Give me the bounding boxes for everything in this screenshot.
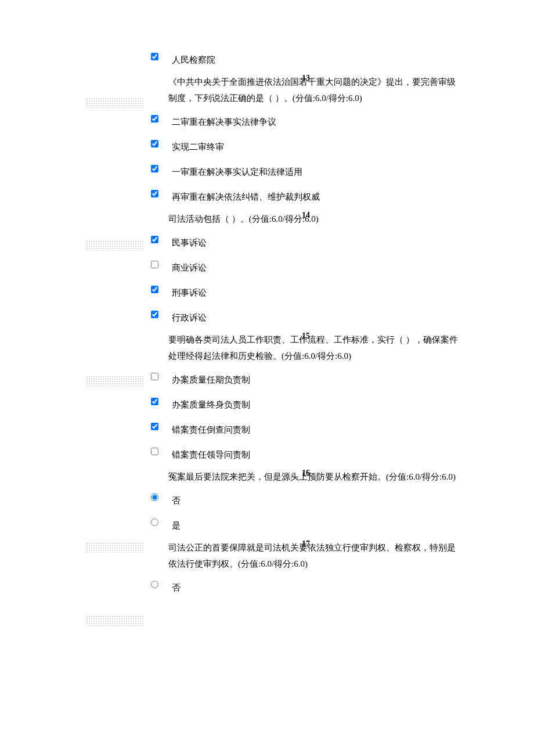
option-row: 错案责任倒查问责制 bbox=[151, 422, 459, 433]
option-label: 否 bbox=[172, 582, 181, 593]
content-column: 人民检察院 13《中共中央关于全面推进依法治国若干重大问题的决定》提出，要完善审… bbox=[151, 52, 459, 591]
checkbox-input[interactable] bbox=[151, 53, 158, 60]
decorative-stripe bbox=[86, 542, 144, 553]
question-text: 要明确各类司法人员工作职责、工作流程、工作标准，实行（ ），确保案件处理经得起法… bbox=[168, 332, 459, 364]
option-row: 民事诉讼 bbox=[151, 235, 459, 246]
option-row: 商业诉讼 bbox=[151, 260, 459, 271]
option-row: 否 bbox=[151, 580, 459, 591]
option-label: 行政诉讼 bbox=[172, 312, 207, 323]
options-group: 办案质量任期负责制办案质量终身负责制错案责任倒查问责制错案责任领导问责制 bbox=[151, 372, 459, 458]
option-row: 实现二审终审 bbox=[151, 139, 459, 150]
checkbox-wrapper bbox=[151, 166, 165, 174]
checkbox-wrapper bbox=[151, 141, 165, 149]
decorative-stripe bbox=[86, 98, 144, 108]
question-block: 16冤案最后要法院来把关，但是源头上预防要从检察开始。(分值:6.0/得分:6.… bbox=[151, 469, 459, 529]
checkbox-input[interactable] bbox=[151, 140, 158, 147]
option-label: 是 bbox=[172, 520, 181, 531]
option-label: 民事诉讼 bbox=[172, 237, 207, 249]
option-row: 一审重在解决事实认定和法律适用 bbox=[151, 164, 459, 175]
question-block: 13《中共中央关于全面推进依法治国若干重大问题的决定》提出，要完善审级制度，下列… bbox=[151, 74, 459, 200]
radio-wrapper bbox=[151, 582, 165, 589]
checkbox-input[interactable] bbox=[151, 236, 158, 243]
checkbox-input[interactable] bbox=[151, 165, 158, 172]
checkbox-input[interactable] bbox=[151, 286, 158, 293]
question-text: 冤案最后要法院来把关，但是源头上预防要从检察开始。(分值:6.0/得分:6.0) bbox=[168, 469, 459, 485]
question-text: 《中共中央关于全面推进依法治国若干重大问题的决定》提出，要完善审级制度，下列说法… bbox=[168, 74, 459, 106]
radio-wrapper bbox=[151, 495, 165, 502]
question-number: 15 bbox=[302, 332, 310, 341]
option-label: 刑事诉讼 bbox=[172, 287, 207, 298]
checkbox-wrapper bbox=[151, 191, 165, 199]
option-row: 是 bbox=[151, 518, 459, 529]
decorative-stripe bbox=[86, 240, 144, 251]
checkbox-wrapper bbox=[151, 116, 165, 124]
option-row: 错案责任领导问责制 bbox=[151, 447, 459, 458]
option-label: 办案质量任期负责制 bbox=[172, 375, 250, 386]
checkbox-input[interactable] bbox=[151, 423, 158, 430]
option-label: 错案责任领导问责制 bbox=[172, 449, 250, 460]
checkbox-wrapper bbox=[151, 287, 165, 294]
option-row: 行政诉讼 bbox=[151, 310, 459, 321]
checkbox-wrapper bbox=[151, 312, 165, 319]
question-text: 司法公正的首要保障就是司法机关要依法独立行使审判权、检察权，特别是依法行使审判权… bbox=[168, 539, 459, 572]
checkbox-input[interactable] bbox=[151, 261, 158, 268]
radio-input[interactable] bbox=[151, 581, 158, 588]
decorative-stripe bbox=[86, 376, 144, 386]
checkbox-input[interactable] bbox=[151, 448, 158, 455]
radio-input[interactable] bbox=[151, 519, 158, 526]
checkbox-input[interactable] bbox=[151, 190, 158, 197]
page: 人民检察院 13《中共中央关于全面推进依法治国若干重大问题的决定》提出，要完善审… bbox=[0, 0, 534, 756]
option-label: 一审重在解决事实认定和法律适用 bbox=[172, 167, 302, 178]
radio-input[interactable] bbox=[151, 494, 158, 501]
question-block: 15要明确各类司法人员工作职责、工作流程、工作标准，实行（ ），确保案件处理经得… bbox=[151, 332, 459, 458]
checkbox-wrapper bbox=[151, 54, 165, 62]
option-row: 二审重在解决事实法律争议 bbox=[151, 114, 459, 125]
decorative-stripe bbox=[86, 615, 144, 626]
question-block: 17司法公正的首要保障就是司法机关要依法独立行使审判权、检察权，特别是依法行使审… bbox=[151, 539, 459, 591]
question-number: 16 bbox=[302, 469, 310, 478]
checkbox-input[interactable] bbox=[151, 398, 158, 405]
question-text: 司法活动包括（ ）。(分值:6.0/得分:6.0) bbox=[168, 211, 459, 227]
option-label: 实现二审终审 bbox=[172, 142, 224, 153]
options-group: 二审重在解决事实法律争议实现二审终审一审重在解决事实认定和法律适用再审重在解决依… bbox=[151, 114, 459, 200]
option-label: 否 bbox=[172, 495, 181, 506]
option-row: 再审重在解决依法纠错、维护裁判权威 bbox=[151, 189, 459, 200]
checkbox-wrapper bbox=[151, 237, 165, 244]
checkbox-wrapper bbox=[151, 424, 165, 431]
option-row: 刑事诉讼 bbox=[151, 285, 459, 296]
checkbox-wrapper bbox=[151, 399, 165, 406]
question-number: 14 bbox=[302, 211, 310, 220]
checkbox-input[interactable] bbox=[151, 373, 158, 380]
option-label: 办案质量终身负责制 bbox=[172, 399, 250, 411]
checkbox-wrapper bbox=[151, 449, 165, 456]
option-label: 二审重在解决事实法律争议 bbox=[172, 117, 276, 128]
option-row: 否 bbox=[151, 493, 459, 504]
checkbox-input[interactable] bbox=[151, 311, 158, 318]
option-label: 人民检察院 bbox=[172, 55, 215, 66]
option-label: 错案责任倒查问责制 bbox=[172, 424, 250, 435]
question-block: 14司法活动包括（ ）。(分值:6.0/得分:6.0)民事诉讼商业诉讼刑事诉讼行… bbox=[151, 211, 459, 321]
checkbox-wrapper bbox=[151, 374, 165, 381]
question-number: 17 bbox=[302, 539, 310, 549]
option-row: 办案质量终身负责制 bbox=[151, 397, 459, 408]
question-number: 13 bbox=[302, 74, 310, 83]
options-group: 民事诉讼商业诉讼刑事诉讼行政诉讼 bbox=[151, 235, 459, 321]
option-row: 办案质量任期负责制 bbox=[151, 372, 459, 383]
option-label: 商业诉讼 bbox=[172, 262, 207, 273]
options-group: 否是 bbox=[151, 493, 459, 529]
radio-wrapper bbox=[151, 520, 165, 527]
option-label: 再审重在解决依法纠错、维护裁判权威 bbox=[172, 192, 320, 203]
checkbox-wrapper bbox=[151, 262, 165, 269]
options-group: 否 bbox=[151, 580, 459, 591]
option-row: 人民检察院 bbox=[151, 52, 459, 63]
checkbox-input[interactable] bbox=[151, 115, 158, 123]
